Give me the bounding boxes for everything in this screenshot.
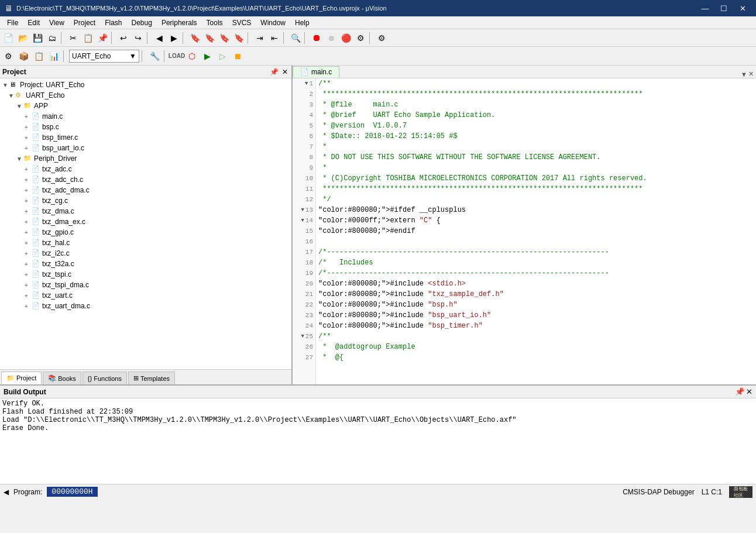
bookmark2-button[interactable]: 🔖 [202, 31, 217, 45]
t2-btn3[interactable]: 📋 [32, 49, 46, 63]
menu-item-file[interactable]: File [2, 16, 23, 29]
code-line[interactable]: ****************************************… [318, 184, 756, 194]
dbg-start-button[interactable]: ⏺ [310, 31, 324, 45]
proj-tab-books[interactable]: 📚Books [43, 372, 81, 384]
fold-button[interactable]: ▼ [302, 81, 308, 87]
t2-btn2[interactable]: 📦 [16, 49, 30, 63]
t2-run-button[interactable]: ▶ [200, 49, 214, 63]
code-line[interactable]: /*--------------------------------------… [318, 247, 756, 257]
code-line[interactable]: "color:#800080;">#ifdef __cplusplus [318, 205, 756, 215]
outdent-button[interactable]: ⇤ [267, 31, 281, 45]
tree-item-15[interactable]: +📄txz_i2c.c [0, 248, 291, 259]
editor-tab-main-c[interactable]: 📄 main.c [293, 66, 339, 78]
tree-item-20[interactable]: +📄txz_uart_dma.c [0, 301, 291, 311]
proj-tab-functions[interactable]: {}Functions [83, 372, 127, 384]
code-line[interactable] [318, 236, 756, 247]
editor-close-button[interactable]: ✕ [748, 70, 754, 78]
menu-item-tools[interactable]: Tools [202, 16, 228, 29]
new-button[interactable]: 📄 [1, 31, 15, 45]
t2-load-button[interactable]: LOAD [170, 49, 184, 63]
undo-button[interactable]: ↩ [116, 31, 130, 45]
tree-item-0[interactable]: ▼⚙UART_Echo [0, 90, 291, 101]
tree-item-10[interactable]: +📄txz_cg.c [0, 195, 291, 206]
code-line[interactable]: ****************************************… [318, 89, 756, 99]
code-line[interactable]: "color:#800080;">#include "bsp.h" [318, 300, 756, 310]
code-line[interactable]: * @version V1.0.0.7 [318, 121, 756, 131]
tree-item-3[interactable]: +📄bsp.c [0, 122, 291, 132]
menu-item-peripherals[interactable]: Peripherals [157, 16, 202, 29]
nav-fwd-button[interactable]: ▶ [167, 31, 181, 45]
search-button[interactable]: 🔍 [288, 31, 303, 45]
fold-button[interactable]: ▼ [298, 218, 304, 223]
code-line[interactable]: "color:#800080;">#include "txz_sample_de… [318, 289, 756, 300]
menu-item-project[interactable]: Project [69, 16, 100, 29]
cut-button[interactable]: ✂ [66, 31, 80, 45]
fold-button[interactable]: ▼ [298, 333, 304, 339]
code-line[interactable]: */ [318, 194, 756, 205]
code-line[interactable]: * @addtogroup Example [318, 342, 756, 352]
t2-flash-button[interactable]: ⬡ [185, 49, 199, 63]
menu-item-debug[interactable]: Debug [127, 16, 157, 29]
menu-item-edit[interactable]: Edit [23, 16, 44, 29]
tree-item-16[interactable]: +📄txz_t32a.c [0, 259, 291, 269]
tree-item-13[interactable]: +📄txz_gpio.c [0, 227, 291, 238]
tree-item-18[interactable]: +📄txz_tspi_dma.c [0, 280, 291, 290]
bookmark1-button[interactable]: 🔖 [188, 31, 202, 45]
minimize-button[interactable]: — [696, 2, 714, 14]
menu-item-flash[interactable]: Flash [100, 16, 126, 29]
editor-tab-dropdown-button[interactable]: ▼ [741, 71, 747, 78]
menu-item-view[interactable]: View [44, 16, 69, 29]
copy-button[interactable]: 📋 [81, 31, 95, 45]
tree-item-12[interactable]: +📄txz_dma_ex.c [0, 216, 291, 227]
code-line[interactable]: * DO NOT USE THIS SOFTWARE WITHOUT THE S… [318, 152, 756, 163]
t2-btn1[interactable]: ⚙ [1, 49, 15, 63]
t2-wrench-button[interactable]: 🔧 [147, 49, 161, 63]
open-button[interactable]: 📂 [16, 31, 30, 45]
redo-button[interactable]: ↪ [131, 31, 145, 45]
tree-item-5[interactable]: +📄bsp_uart_io.c [0, 143, 291, 153]
close-button[interactable]: ✕ [734, 2, 751, 14]
maximize-button[interactable]: ☐ [715, 2, 733, 14]
menu-item-help[interactable]: Help [290, 16, 314, 29]
code-line[interactable]: * @{ [318, 352, 756, 363]
code-line[interactable]: /** [318, 331, 756, 342]
code-line[interactable]: "color:#0000ff;">extern "C" { [318, 215, 756, 226]
save-button[interactable]: 💾 [30, 31, 44, 45]
fold-button[interactable]: ▼ [298, 207, 304, 213]
panel-close-button[interactable]: ✕ [281, 68, 289, 76]
code-line[interactable]: /* Includes [318, 257, 756, 268]
nav-back-button[interactable]: ◀ [152, 31, 166, 45]
code-line[interactable]: "color:#800080;">#include <stdio.h> [318, 278, 756, 289]
code-line[interactable]: "color:#800080;">#include "bsp_timer.h" [318, 321, 756, 331]
tree-item-19[interactable]: +📄txz_uart.c [0, 290, 291, 301]
build-pin-button[interactable]: 📌 [735, 387, 745, 396]
proj-tab-templates[interactable]: ⊞Templates [128, 372, 175, 384]
tree-item-9[interactable]: +📄txz_adc_dma.c [0, 185, 291, 195]
t2-debug-button[interactable]: ▷ [215, 49, 229, 63]
menu-item-svcs[interactable]: SVCS [228, 16, 256, 29]
paste-button[interactable]: 📌 [95, 31, 109, 45]
dbg-stop-button[interactable]: ⏺ [324, 31, 338, 45]
project-selector[interactable]: UART_Echo ▼ [69, 50, 139, 63]
save-all-button[interactable]: 🗂 [45, 31, 59, 45]
bookmark3-button[interactable]: 🔖 [217, 31, 231, 45]
t2-stop-button[interactable]: ⏹ [231, 49, 245, 63]
tree-item-6[interactable]: ▼📁Periph_Driver [0, 153, 291, 164]
code-line[interactable]: * [318, 142, 756, 152]
tree-item-17[interactable]: +📄txz_tspi.c [0, 269, 291, 280]
code-line[interactable]: * $Date:: 2018-01-22 15:14:05 #$ [318, 131, 756, 142]
code-line[interactable]: "color:#800080;">#include "bsp_uart_io.h… [318, 310, 756, 321]
settings-button[interactable]: ⚙ [374, 31, 389, 45]
tree-item-2[interactable]: +📄main.c [0, 111, 291, 122]
tree-root[interactable]: ▼🖥Project: UART_Echo [0, 80, 291, 90]
t2-btn4[interactable]: 📊 [47, 49, 61, 63]
code-line[interactable]: /** [318, 78, 756, 89]
tree-item-7[interactable]: +📄txz_adc.c [0, 164, 291, 174]
dbg-reset-button[interactable]: 🔴 [339, 31, 353, 45]
proj-tab-project[interactable]: 📁Project [1, 372, 42, 384]
indent-button[interactable]: ⇥ [253, 31, 267, 45]
code-content[interactable]: ▼1 2 3 4 5 6 7 8 9 10 11 12▼13▼14 15 16 … [293, 78, 756, 384]
tree-item-1[interactable]: ▼📁APP [0, 101, 291, 111]
code-line[interactable]: * @brief UART Echo Sample Application. [318, 110, 756, 121]
tree-item-4[interactable]: +📄bsp_timer.c [0, 132, 291, 143]
